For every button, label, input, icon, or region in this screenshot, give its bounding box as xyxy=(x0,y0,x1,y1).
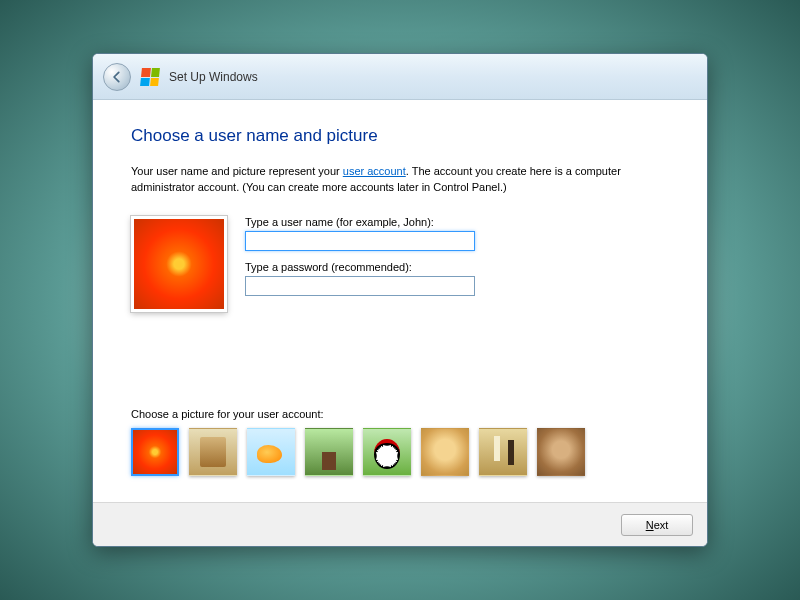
avatar-option-flower[interactable] xyxy=(131,428,179,476)
password-input[interactable] xyxy=(245,276,475,296)
wizard-window: Set Up Windows Choose a user name and pi… xyxy=(92,53,708,547)
input-fields: Type a user name (for example, John): Ty… xyxy=(245,216,669,312)
avatar-option-puppy[interactable] xyxy=(421,428,469,476)
arrow-left-icon xyxy=(110,70,124,84)
user-account-link[interactable]: user account xyxy=(343,165,406,177)
avatar-option-bonsai[interactable] xyxy=(305,428,353,476)
back-button[interactable] xyxy=(103,63,131,91)
content-area: Choose a user name and picture Your user… xyxy=(93,100,707,502)
avatar-thumbnail-row xyxy=(131,428,669,476)
avatar-option-soccer[interactable] xyxy=(363,428,411,476)
avatar-option-kitten[interactable] xyxy=(537,428,585,476)
page-description: Your user name and picture represent you… xyxy=(131,164,651,196)
password-label: Type a password (recommended): xyxy=(245,261,669,273)
avatar-option-chess[interactable] xyxy=(479,428,527,476)
choose-picture-label: Choose a picture for your user account: xyxy=(131,408,669,420)
avatar-option-fish[interactable] xyxy=(247,428,295,476)
footer-bar: Next xyxy=(93,502,707,546)
username-input[interactable] xyxy=(245,231,475,251)
header-bar: Set Up Windows xyxy=(93,54,707,100)
windows-logo-icon xyxy=(140,68,160,86)
avatar-option-robot[interactable] xyxy=(189,428,237,476)
desc-pre: Your user name and picture represent you… xyxy=(131,165,343,177)
username-label: Type a user name (for example, John): xyxy=(245,216,669,228)
next-button[interactable]: Next xyxy=(621,514,693,536)
selected-avatar-preview xyxy=(131,216,227,312)
page-heading: Choose a user name and picture xyxy=(131,126,669,146)
form-row: Type a user name (for example, John): Ty… xyxy=(131,216,669,312)
header-title: Set Up Windows xyxy=(169,70,258,84)
